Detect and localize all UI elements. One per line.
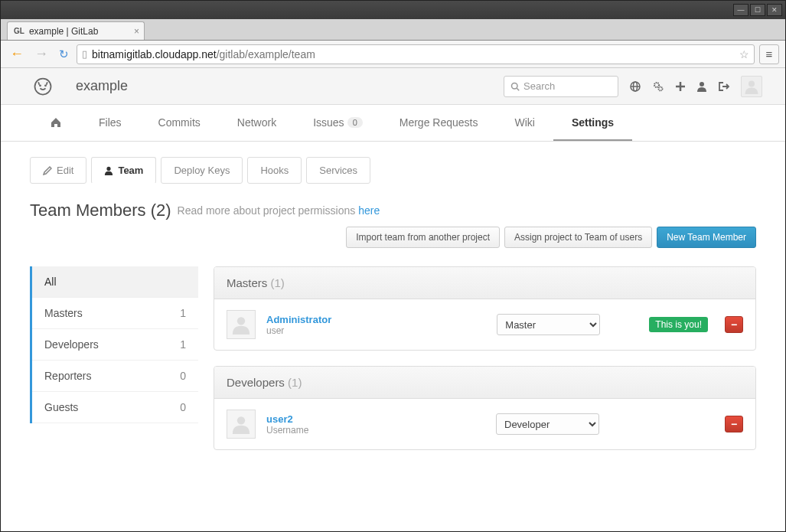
sidebar-item-count: 1 xyxy=(180,307,186,319)
sidebar-item-reporters[interactable]: Reporters 0 xyxy=(32,361,198,392)
member-avatar xyxy=(227,310,256,339)
subnav-edit-label: Edit xyxy=(57,165,73,176)
subnav-team[interactable]: Team xyxy=(91,157,156,184)
gears-icon[interactable] xyxy=(652,80,664,93)
browser-tab-strip: GL example | GitLab × xyxy=(1,19,785,41)
plus-icon[interactable] xyxy=(675,81,686,92)
member-name[interactable]: user2 xyxy=(266,413,308,425)
page-viewport: example Search Files Commit xyxy=(1,68,785,531)
group-header: Developers (1) xyxy=(214,367,755,399)
bookmark-star-icon[interactable]: ☆ xyxy=(739,48,749,60)
maximize-button[interactable]: ☐ xyxy=(750,4,765,16)
nav-files[interactable]: Files xyxy=(80,105,140,141)
sidebar-item-masters[interactable]: Masters 1 xyxy=(32,298,198,329)
group-developers: Developers (1) user2 Username xyxy=(214,366,756,450)
minimize-button[interactable]: — xyxy=(733,4,748,16)
subnav-team-label: Team xyxy=(118,165,143,176)
subnav-deploy-keys[interactable]: Deploy Keys xyxy=(161,157,243,184)
user-avatar[interactable] xyxy=(741,76,762,97)
role-filter-sidebar: All Masters 1 Developers 1 Reporters 0 xyxy=(30,266,198,423)
browser-menu-button[interactable]: ≡ xyxy=(759,44,779,64)
nav-merge-requests[interactable]: Merge Requests xyxy=(381,105,497,141)
sidebar-item-all[interactable]: All xyxy=(32,266,198,298)
svg-point-9 xyxy=(659,86,663,90)
group-title: Developers xyxy=(227,376,285,389)
page-title: Team Members (2) xyxy=(30,201,171,220)
browser-tab[interactable]: GL example | GitLab × xyxy=(7,21,145,40)
group-masters: Masters (1) Administrator user xyxy=(214,266,756,351)
user-icon[interactable] xyxy=(696,81,707,92)
project-nav: Files Commits Network Issues 0 Merge Req… xyxy=(1,105,785,142)
svg-point-3 xyxy=(512,83,518,89)
subnav-hooks[interactable]: Hooks xyxy=(247,157,302,184)
favicon: GL xyxy=(14,27,24,35)
remove-member-button[interactable]: − xyxy=(725,316,743,333)
subnav-edit[interactable]: Edit xyxy=(30,157,86,184)
tab-title: example | GitLab xyxy=(29,26,99,37)
nav-wiki[interactable]: Wiki xyxy=(496,105,553,141)
sidebar-item-count: 0 xyxy=(180,401,186,413)
nav-issues[interactable]: Issues 0 xyxy=(295,105,381,141)
header-actions: Search xyxy=(504,76,762,97)
svg-point-8 xyxy=(654,83,659,87)
content-area: Edit Team Deploy Keys Hooks Services Tea… xyxy=(1,142,785,465)
sidebar-item-label: Guests xyxy=(44,401,78,413)
sidebar-item-count: 0 xyxy=(180,370,186,382)
sidebar-item-label: Masters xyxy=(44,307,83,319)
new-member-button[interactable]: New Team Member xyxy=(657,227,756,248)
nav-issues-label: Issues xyxy=(313,116,344,129)
heading-row: Team Members (2) Read more about project… xyxy=(30,201,756,248)
group-count: (1) xyxy=(271,276,285,289)
import-team-button[interactable]: Import team from another project xyxy=(346,227,500,248)
group-title: Masters xyxy=(227,276,267,289)
remove-member-button[interactable]: − xyxy=(725,416,743,432)
nav-commits[interactable]: Commits xyxy=(140,105,219,141)
members-column: Masters (1) Administrator user xyxy=(214,266,756,450)
sidebar-item-count: 1 xyxy=(180,338,186,351)
close-button[interactable]: ✕ xyxy=(767,4,782,16)
globe-icon[interactable] xyxy=(629,80,641,93)
action-buttons: Import team from another project Assign … xyxy=(346,227,756,248)
reload-button[interactable]: ↻ xyxy=(56,47,72,61)
role-select[interactable]: Developer xyxy=(496,413,599,435)
member-username: user xyxy=(266,325,331,336)
url-bar[interactable]: ▯ bitnamigitlab.cloudapp.net/gitlab/exam… xyxy=(77,44,755,64)
group-header: Masters (1) xyxy=(214,267,755,299)
member-name[interactable]: Administrator xyxy=(266,314,331,325)
browser-toolbar: ← → ↻ ▯ bitnamigitlab.cloudapp.net/gitla… xyxy=(1,41,785,68)
nav-home[interactable] xyxy=(31,105,80,141)
nav-settings[interactable]: Settings xyxy=(553,105,632,141)
role-select[interactable]: Master xyxy=(497,314,600,335)
svg-line-4 xyxy=(517,88,519,90)
two-column-layout: All Masters 1 Developers 1 Reporters 0 xyxy=(30,266,756,450)
tab-close-icon[interactable]: × xyxy=(134,26,139,37)
sidebar-item-guests[interactable]: Guests 0 xyxy=(32,392,198,423)
back-button[interactable]: ← xyxy=(7,46,27,62)
gitlab-logo[interactable] xyxy=(31,75,54,98)
sidebar-item-label: All xyxy=(44,276,57,288)
search-icon xyxy=(510,82,520,91)
page-subtext: Read more about project permissions here xyxy=(178,204,380,217)
member-avatar xyxy=(227,410,256,439)
issues-count-badge: 0 xyxy=(347,117,363,128)
svg-point-16 xyxy=(237,416,245,424)
nav-network[interactable]: Network xyxy=(219,105,295,141)
assign-team-button[interactable]: Assign project to Team of users xyxy=(504,227,652,248)
member-info: user2 Username xyxy=(266,413,308,436)
pencil-icon xyxy=(43,166,52,175)
svg-point-12 xyxy=(700,82,704,86)
sidebar-item-developers[interactable]: Developers 1 xyxy=(32,329,198,361)
subnav-services[interactable]: Services xyxy=(306,157,370,184)
url-path: /gitlab/example/team xyxy=(217,48,315,60)
member-row: user2 Username Developer − xyxy=(214,399,755,449)
permissions-link[interactable]: here xyxy=(358,204,380,217)
search-input[interactable]: Search xyxy=(504,76,618,97)
forward-button[interactable]: → xyxy=(31,46,51,62)
svg-point-14 xyxy=(107,166,111,170)
url-host: bitnamigitlab.cloudapp.net xyxy=(92,48,217,60)
member-username: Username xyxy=(266,425,308,436)
signout-icon[interactable] xyxy=(718,81,730,92)
project-name[interactable]: example xyxy=(76,78,128,94)
svg-point-15 xyxy=(237,317,245,325)
svg-point-1 xyxy=(40,85,41,86)
